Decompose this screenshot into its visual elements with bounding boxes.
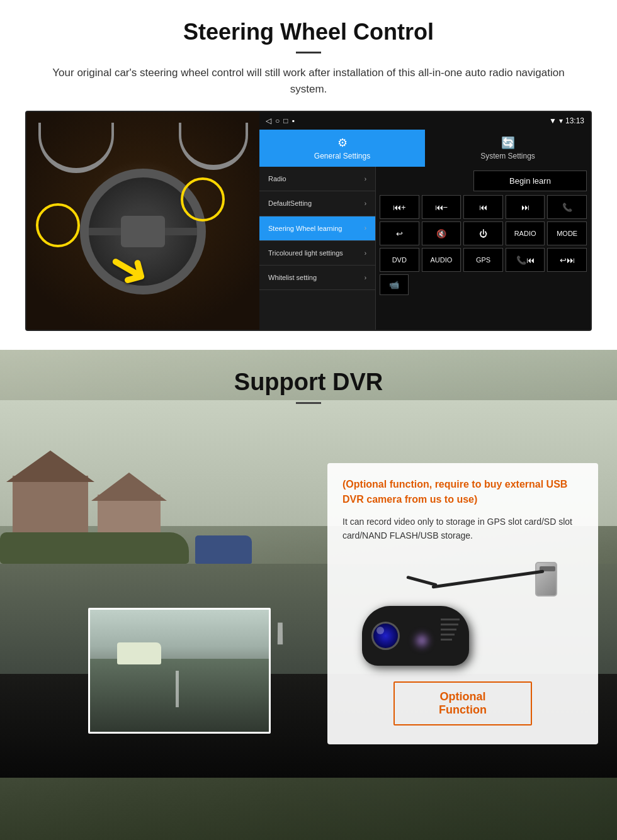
settings-tabs: ⚙ General Settings 🔄 System Settings	[259, 130, 591, 167]
steering-divider	[296, 52, 321, 53]
steering-subtitle: Your original car's steering wheel contr…	[50, 65, 567, 97]
call-prev-button[interactable]: 📞⏮	[506, 248, 545, 272]
audio-button[interactable]: AUDIO	[422, 248, 461, 272]
vent-2	[441, 624, 458, 625]
vol-up-button[interactable]: ⏮+	[380, 195, 419, 219]
menu-steering-label: Steering Wheel learning	[268, 224, 342, 233]
lens-highlight	[376, 627, 384, 634]
tab-system[interactable]: 🔄 System Settings	[425, 130, 591, 167]
signal-icon: ▼	[549, 116, 557, 125]
call-button[interactable]: 📞	[547, 195, 587, 219]
menu-radio-label: Radio	[268, 174, 286, 183]
next-button[interactable]: ⏭	[506, 195, 545, 219]
wifi-icon: ▾	[559, 116, 563, 125]
vent-5	[441, 639, 452, 641]
dvr-title: Support DVR	[0, 369, 617, 396]
led-glow	[412, 631, 431, 650]
gauge-right	[179, 123, 248, 170]
dvr-description: It can record video only to storage in G…	[342, 515, 583, 543]
menu-list: Radio › DefaultSetting › Steering Wheel …	[259, 167, 376, 330]
mute-button[interactable]: 🔇	[422, 221, 461, 245]
optional-function-button[interactable]: Optional Function	[393, 681, 532, 725]
mode-button[interactable]: MODE	[547, 221, 587, 245]
menu-default-setting[interactable]: DefaultSetting ›	[259, 191, 375, 216]
highlight-right	[181, 177, 225, 221]
gear-icon: ⚙	[337, 136, 348, 150]
steering-title: Steering Wheel Control	[25, 19, 592, 45]
menu-default-label: DefaultSetting	[268, 199, 312, 208]
thumb-road-line	[176, 671, 179, 707]
road-line-1	[278, 623, 283, 645]
power-button[interactable]: ⏻	[463, 221, 503, 245]
menu-steering-learning[interactable]: Steering Wheel learning ›	[259, 216, 375, 241]
tab-system-label: System Settings	[480, 152, 535, 160]
gps-button[interactable]: GPS	[463, 248, 503, 272]
back-button[interactable]: ↩	[380, 221, 419, 245]
steering-photo-inner: ➜	[26, 112, 259, 330]
menu-whitelist-label: Whitelist setting	[268, 273, 317, 282]
vent-4	[441, 634, 455, 636]
nav-recent-icon: □	[283, 116, 288, 125]
clock: 13:13	[565, 116, 584, 125]
controls-grid: ⏮+ ⏮− ⏮ ⏭ 📞 ↩ 🔇 ⏻ RADIO MODE DVD AUDIO G…	[380, 195, 587, 272]
steering-section: Steering Wheel Control Your original car…	[0, 0, 617, 331]
begin-learn-row: Begin learn	[380, 171, 587, 191]
controls-area: Begin learn ⏮+ ⏮− ⏮ ⏭ 📞 ↩ 🔇 ⏻ RADIO MODE…	[376, 167, 591, 330]
camera-body-wrap	[356, 556, 570, 669]
dvr-section: Support DVR (Optional function, require …	[0, 350, 617, 840]
menu-tricoloured[interactable]: Tricoloured light settings ›	[259, 241, 375, 266]
chevron-icon-2: ›	[365, 200, 366, 207]
camera-vents	[441, 619, 460, 641]
menu-controls: Radio › DefaultSetting › Steering Wheel …	[259, 167, 591, 330]
dvr-thumbnail	[88, 608, 271, 734]
status-icons: ▼ ▾ 13:13	[549, 116, 584, 125]
vent-1	[441, 619, 460, 620]
dvr-title-area: Support DVR	[0, 350, 617, 417]
dvr-camera-illustration	[356, 556, 570, 669]
chevron-icon: ›	[365, 176, 366, 182]
chevron-icon-3: ›	[365, 225, 366, 232]
gauge-left	[38, 123, 114, 173]
roof-2	[91, 473, 167, 501]
menu-whitelist[interactable]: Whitelist setting ›	[259, 266, 375, 290]
highlight-left	[36, 203, 80, 247]
camera-icon-button[interactable]: 📹	[380, 274, 409, 295]
usb-plug	[535, 562, 557, 596]
prev-button[interactable]: ⏮	[463, 195, 503, 219]
dvr-thumb-inner	[90, 610, 269, 732]
dvr-optional-text: (Optional function, require to buy exter…	[342, 477, 583, 507]
nav-menu-icon: ▪	[292, 116, 295, 125]
nav-home-icon: ○	[275, 116, 280, 125]
dvr-info-card: (Optional function, require to buy exter…	[327, 463, 598, 744]
nav-back-icon: ◁	[266, 116, 271, 125]
back-next-button[interactable]: ↩⏭	[547, 248, 587, 272]
vol-down-button[interactable]: ⏮−	[422, 195, 461, 219]
chevron-icon-4: ›	[365, 250, 366, 257]
android-panel: ◁ ○ □ ▪ ▼ ▾ 13:13 ⚙ General Settings 🔄	[259, 112, 591, 330]
thumb-road	[90, 659, 269, 732]
dvr-cable	[432, 569, 545, 588]
begin-learn-button[interactable]: Begin learn	[473, 171, 587, 191]
bottom-icon-row: 📹	[380, 274, 587, 295]
radio-button[interactable]: RADIO	[506, 221, 545, 245]
dvd-button[interactable]: DVD	[380, 248, 419, 272]
chevron-icon-5: ›	[365, 274, 366, 281]
tab-general-label: General Settings	[314, 152, 370, 160]
thumb-car	[117, 642, 161, 664]
steering-photo: ➜	[26, 112, 259, 330]
roof-1	[6, 451, 94, 482]
status-bar: ◁ ○ □ ▪ ▼ ▾ 13:13	[259, 112, 591, 130]
tab-general[interactable]: ⚙ General Settings	[259, 130, 425, 167]
menu-tricoloured-label: Tricoloured light settings	[268, 249, 343, 257]
camera-lens	[371, 622, 400, 650]
menu-radio[interactable]: Radio ›	[259, 167, 375, 191]
hedge	[0, 532, 189, 564]
car-1	[195, 535, 252, 564]
android-mockup: ➜ ◁ ○ □ ▪ ▼ ▾ 13:13 ⚙ General Se	[25, 111, 592, 331]
system-icon: 🔄	[501, 136, 515, 150]
dvr-divider	[296, 402, 321, 404]
dvr-cable-2	[406, 575, 438, 586]
vent-3	[441, 629, 456, 630]
